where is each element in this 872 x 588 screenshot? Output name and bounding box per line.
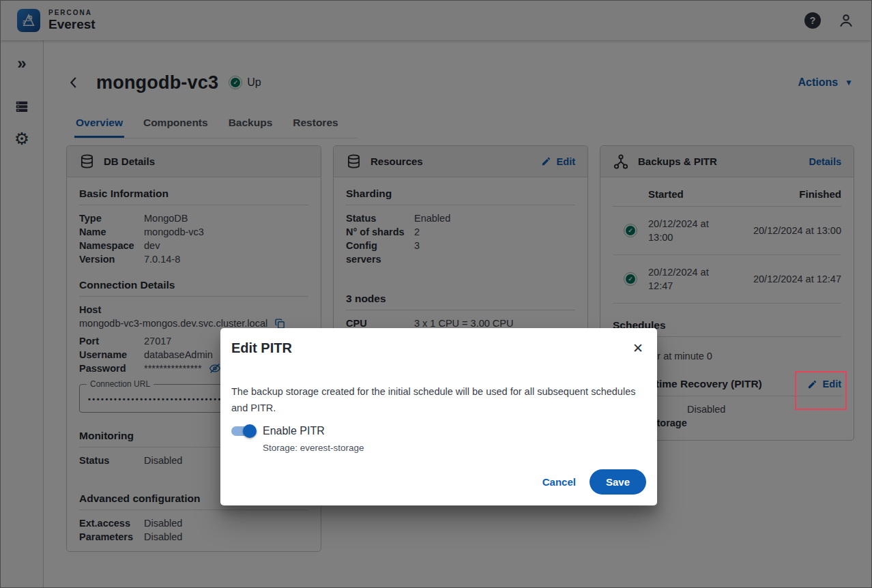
storage-helper-text: Storage: everest-storage bbox=[263, 443, 646, 453]
cancel-button[interactable]: Cancel bbox=[542, 476, 576, 488]
save-button[interactable]: Save bbox=[590, 469, 646, 495]
edit-pitr-modal: Edit PITR ✕ The backup storage created f… bbox=[220, 328, 657, 505]
app-window: PERCONA Everest ? » ⚙ bbox=[0, 0, 872, 588]
modal-title: Edit PITR bbox=[231, 340, 646, 356]
enable-pitr-label: Enable PITR bbox=[263, 425, 325, 437]
highlight-annotation-box bbox=[795, 371, 847, 410]
close-icon[interactable]: ✕ bbox=[633, 340, 643, 356]
modal-description: The backup storage created for the initi… bbox=[231, 383, 641, 416]
enable-pitr-toggle[interactable] bbox=[231, 424, 255, 438]
